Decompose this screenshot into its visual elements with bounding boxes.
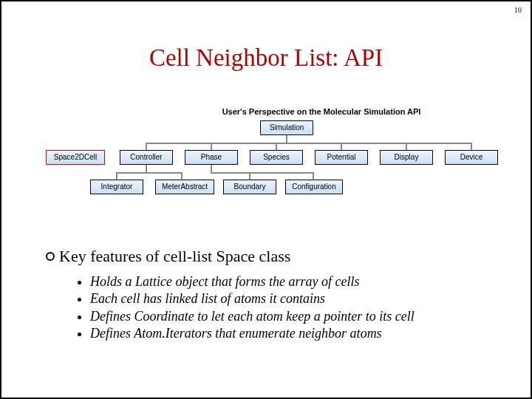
node-space2dcell: Space2DCell bbox=[46, 150, 105, 165]
list-item: Holds a Lattice object that forms the ar… bbox=[90, 273, 486, 290]
connector bbox=[211, 165, 212, 172]
connector bbox=[471, 143, 472, 150]
connector bbox=[116, 172, 117, 180]
connector bbox=[146, 143, 147, 150]
page-number: 10 bbox=[514, 6, 522, 14]
connector bbox=[211, 172, 314, 174]
node-integrator: Integrator bbox=[90, 180, 143, 194]
list-item: Defines Coordinate to let each atom keep… bbox=[90, 308, 486, 325]
connector bbox=[313, 172, 314, 180]
api-diagram: User's Perspective on the Molecular Simu… bbox=[46, 107, 501, 214]
connector bbox=[211, 143, 212, 150]
node-meterabstract: MeterAbstract bbox=[155, 180, 214, 194]
slide: 10 Cell Neighbor List: API User's Perspe… bbox=[0, 0, 532, 399]
connector bbox=[181, 172, 183, 180]
node-device: Device bbox=[445, 150, 498, 165]
connector bbox=[146, 143, 471, 144]
node-configuration: Configuration bbox=[285, 180, 343, 194]
lead-line: Key features of cell-list Space class bbox=[46, 247, 486, 266]
connector bbox=[276, 143, 277, 150]
slide-title: Cell Neighbor List: API bbox=[1, 44, 531, 72]
node-simulation: Simulation bbox=[260, 120, 313, 135]
content-block: Key features of cell-list Space class Ho… bbox=[46, 247, 486, 343]
list-item: Each cell has linked list of atoms it co… bbox=[90, 290, 486, 307]
node-phase: Phase bbox=[185, 150, 238, 165]
connector bbox=[341, 143, 342, 150]
bullet-list: Holds a Lattice object that forms the ar… bbox=[90, 273, 486, 343]
diagram-title: User's Perspective on the Molecular Simu… bbox=[142, 107, 501, 116]
node-potential: Potential bbox=[315, 150, 368, 165]
node-boundary: Boundary bbox=[223, 180, 276, 194]
node-controller: Controller bbox=[120, 150, 173, 165]
connector bbox=[406, 143, 407, 150]
hollow-bullet-icon bbox=[46, 252, 55, 261]
node-species: Species bbox=[250, 150, 303, 165]
connector bbox=[249, 172, 250, 180]
list-item: Defines Atom.Iterators that enumerate ne… bbox=[90, 325, 486, 342]
connector bbox=[286, 135, 287, 143]
lead-text: Key features of cell-list Space class bbox=[59, 247, 290, 265]
node-display: Display bbox=[380, 150, 433, 165]
connector bbox=[146, 165, 147, 172]
connector bbox=[116, 172, 183, 174]
